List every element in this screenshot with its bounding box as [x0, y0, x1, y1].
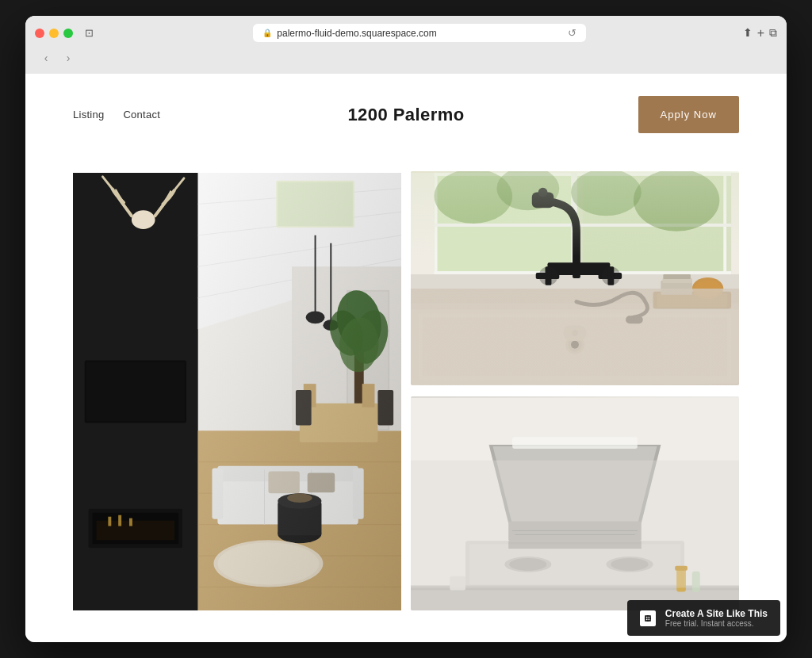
svg-rect-122 [512, 437, 638, 449]
svg-rect-77 [653, 292, 732, 309]
bathroom-svg [411, 171, 739, 385]
svg-rect-72 [411, 274, 739, 384]
svg-rect-89 [546, 266, 552, 285]
kitchen-svg [411, 396, 739, 610]
gallery-grid [25, 155, 787, 642]
svg-rect-74 [419, 313, 731, 380]
svg-rect-83 [663, 274, 691, 279]
svg-rect-91 [599, 273, 622, 279]
browser-window: ⊡ 🔒 palermo-fluid-demo.squarespace.com ↺… [25, 16, 787, 642]
svg-point-79 [692, 277, 723, 300]
squarespace-sub-text: Free trial. Instant access. [665, 619, 768, 628]
svg-rect-86 [532, 193, 554, 208]
svg-rect-65 [435, 271, 732, 274]
svg-rect-76 [411, 304, 739, 310]
svg-rect-78 [657, 293, 728, 308]
svg-rect-59 [435, 173, 732, 274]
new-tab-icon[interactable]: + [757, 26, 764, 40]
nav-buttons: ‹ › [36, 48, 78, 67]
living-room-image [73, 171, 401, 612]
svg-point-68 [435, 171, 513, 224]
svg-point-96 [568, 338, 582, 352]
forward-button[interactable]: › [59, 48, 78, 67]
svg-rect-123 [508, 541, 642, 549]
fullscreen-button[interactable] [63, 29, 73, 38]
svg-point-93 [602, 266, 621, 285]
svg-point-97 [571, 341, 579, 349]
url-text: palermo-fluid-demo.squarespace.com [277, 28, 436, 39]
svg-rect-58 [411, 173, 739, 384]
share-icon[interactable]: ⬆ [743, 26, 753, 40]
svg-point-99 [572, 330, 578, 336]
svg-rect-75 [423, 317, 727, 376]
windows-icon[interactable]: ⧉ [769, 26, 777, 40]
svg-rect-50 [86, 362, 185, 422]
svg-rect-84 [548, 262, 611, 275]
browser-actions: ⬆ + ⧉ [743, 26, 777, 40]
svg-rect-94 [626, 316, 643, 323]
svg-rect-57 [411, 173, 739, 384]
squarespace-banner-text: Create A Site Like This Free trial. Inst… [665, 608, 768, 628]
svg-point-48 [132, 210, 155, 229]
squarespace-logo [640, 610, 656, 626]
svg-rect-85 [573, 231, 580, 278]
svg-point-70 [571, 171, 642, 216]
apply-now-button[interactable]: Apply Now [638, 96, 740, 133]
close-button[interactable] [35, 29, 44, 38]
svg-point-71 [634, 171, 719, 231]
svg-rect-62 [435, 173, 438, 274]
site-title: 1200 Palermo [347, 105, 464, 124]
browser-chrome: ⊡ 🔒 palermo-fluid-demo.squarespace.com ↺… [25, 16, 787, 74]
svg-rect-67 [435, 224, 732, 227]
svg-rect-98 [563, 325, 587, 341]
bathroom-image [411, 171, 739, 385]
svg-rect-82 [662, 278, 691, 283]
svg-rect-47 [129, 518, 132, 526]
svg-point-87 [538, 188, 548, 197]
svg-rect-88 [536, 273, 560, 279]
svg-rect-92 [607, 266, 614, 285]
svg-point-95 [565, 335, 584, 354]
back-button[interactable]: ‹ [36, 48, 56, 67]
nav-left: Listing Contact [73, 109, 160, 121]
svg-rect-66 [571, 173, 577, 274]
nav-listing-link[interactable]: Listing [73, 109, 104, 121]
svg-rect-61 [583, 173, 727, 274]
website-content: Listing Contact 1200 Palermo Apply Now [25, 74, 787, 642]
svg-rect-56 [198, 173, 401, 610]
sidebar-toggle-icon[interactable]: ⊡ [81, 25, 97, 41]
svg-rect-73 [411, 306, 739, 384]
lock-icon: 🔒 [262, 29, 272, 37]
svg-point-90 [539, 266, 558, 285]
svg-rect-121 [411, 461, 739, 588]
reload-icon[interactable]: ↺ [568, 27, 576, 39]
living-room-svg [73, 171, 401, 612]
kitchen-image [411, 396, 739, 610]
svg-point-69 [496, 171, 559, 210]
svg-rect-45 [108, 517, 111, 526]
window-controls: ⊡ [81, 25, 97, 41]
svg-rect-46 [118, 515, 121, 526]
svg-rect-81 [661, 281, 691, 295]
address-bar[interactable]: 🔒 palermo-fluid-demo.squarespace.com ↺ [253, 24, 586, 42]
squarespace-main-text: Create A Site Like This [665, 608, 768, 619]
nav-contact-link[interactable]: Contact [123, 109, 160, 121]
svg-rect-64 [435, 173, 732, 176]
svg-rect-60 [435, 173, 579, 274]
minimize-button[interactable] [49, 29, 59, 38]
svg-rect-63 [723, 173, 726, 274]
svg-point-80 [695, 280, 722, 297]
squarespace-banner[interactable]: Create A Site Like This Free trial. Inst… [627, 600, 780, 636]
site-header: Listing Contact 1200 Palermo Apply Now [25, 74, 787, 155]
traffic-lights [35, 29, 73, 38]
